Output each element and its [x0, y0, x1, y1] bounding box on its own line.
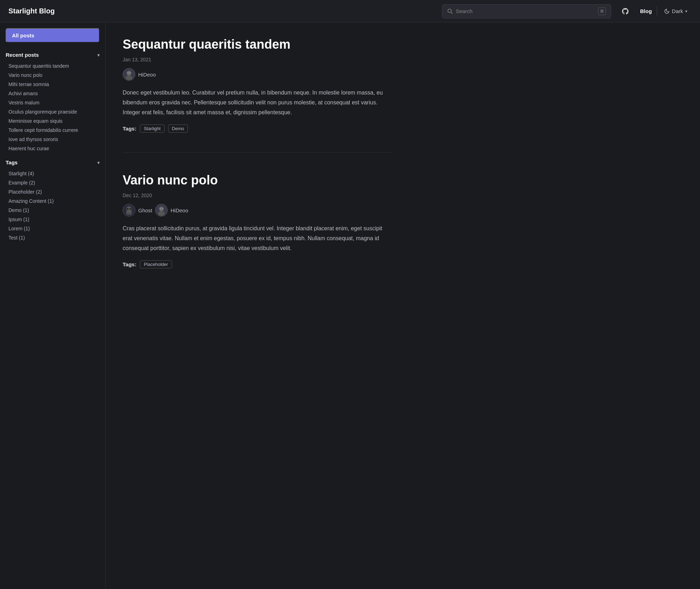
github-link[interactable] [618, 4, 632, 18]
sidebar-item[interactable]: Haerent huc curae [6, 144, 100, 153]
sidebar-tag-item[interactable]: Amazing Content (1) [6, 196, 100, 206]
sidebar-item[interactable]: Tollere cepit formidabilis currere [6, 126, 100, 135]
tags-label: Tags: [123, 261, 136, 267]
sidebar-item[interactable]: Vario nunc polo [6, 71, 100, 80]
svg-point-14 [158, 211, 165, 216]
author-name[interactable]: HiDeoo [171, 207, 188, 213]
search-placeholder-text: Search [456, 8, 595, 14]
sidebar-item[interactable]: Meminisse equam siquis [6, 116, 100, 126]
recent-posts-list: Sequantur quaeritis tandem Vario nunc po… [6, 61, 100, 153]
recent-posts-chevron-icon: ▾ [97, 52, 100, 58]
page-layout: All posts Recent posts ▾ Sequantur quaer… [0, 23, 700, 589]
post-card: Sequantur quaeritis tandem Jan 13, 2021 [123, 37, 392, 153]
avatar [155, 204, 168, 217]
sidebar-item[interactable]: Vestris malum [6, 98, 100, 107]
svg-point-16 [162, 208, 163, 210]
sidebar-item[interactable]: Iove ad thyrsos sororis [6, 135, 100, 144]
post-tags: Tags: Starlight Demo [123, 125, 392, 133]
search-kbd-shortcut: ⌘ [598, 7, 606, 15]
author-item: HiDeoo [123, 68, 156, 81]
svg-point-5 [127, 72, 129, 74]
author-item: HiDeoo [155, 204, 188, 217]
author-name[interactable]: Ghost [138, 207, 152, 213]
svg-point-4 [126, 75, 133, 80]
sidebar-section-tags: Tags ▾ Starlight (4) Example (2) Placeho… [0, 156, 105, 242]
author-name[interactable]: HiDeoo [138, 72, 156, 78]
svg-point-11 [129, 208, 131, 210]
github-icon [621, 7, 629, 15]
post-date: Jan 13, 2021 [123, 57, 392, 62]
tags-title: Tags [6, 159, 18, 165]
post-title[interactable]: Sequantur quaeritis tandem [123, 37, 392, 52]
post-excerpt: Donec eget vestibulum leo. Curabitur vel… [123, 88, 392, 117]
tags-section-header[interactable]: Tags ▾ [6, 156, 100, 169]
site-header: Starlight Blog Search ⌘ Blog Dark ▾ [0, 0, 700, 23]
sidebar: All posts Recent posts ▾ Sequantur quaer… [0, 23, 106, 589]
post-tags: Tags: Placeholder [123, 260, 392, 268]
tag-badge[interactable]: Starlight [140, 125, 165, 133]
sidebar-tag-item[interactable]: Demo (1) [6, 206, 100, 215]
sidebar-tag-item[interactable]: Test (1) [6, 233, 100, 242]
svg-point-10 [127, 208, 129, 210]
chevron-down-icon: ▾ [685, 9, 687, 14]
tags-chevron-icon: ▾ [97, 160, 100, 165]
sidebar-tag-item[interactable]: Lorem (1) [6, 224, 100, 233]
post-date: Dec 12, 2020 [123, 193, 392, 198]
tags-label: Tags: [123, 126, 136, 132]
sidebar-section-recent-posts: Recent posts ▾ Sequantur quaeritis tande… [0, 48, 105, 153]
recent-posts-title: Recent posts [6, 52, 39, 58]
site-title: Starlight Blog [8, 7, 55, 15]
avatar-image [123, 204, 135, 217]
all-posts-button[interactable]: All posts [6, 28, 100, 43]
search-bar[interactable]: Search ⌘ [442, 4, 611, 18]
sidebar-item[interactable]: Achivi amans [6, 89, 100, 98]
avatar-image [155, 204, 167, 217]
svg-point-15 [160, 208, 161, 210]
blog-nav-link[interactable]: Blog [635, 6, 657, 16]
sidebar-tag-item[interactable]: Ipsum (1) [6, 215, 100, 224]
post-authors: Ghost HiDeoo [123, 204, 392, 217]
post-authors: HiDeoo [123, 68, 392, 81]
main-content: Sequantur quaeritis tandem Jan 13, 2021 [106, 23, 409, 589]
post-excerpt: Cras placerat sollicitudin purus, at gra… [123, 224, 392, 253]
tag-badge[interactable]: Demo [168, 125, 188, 133]
search-icon [447, 8, 453, 14]
header-nav: Blog Dark ▾ [618, 4, 692, 18]
tags-list: Starlight (4) Example (2) Placeholder (2… [6, 169, 100, 242]
sidebar-tag-item[interactable]: Example (2) [6, 178, 100, 187]
svg-point-6 [129, 72, 131, 74]
sidebar-tag-item[interactable]: Placeholder (2) [6, 187, 100, 196]
sidebar-item[interactable]: Sequantur quaeritis tandem [6, 61, 100, 71]
sidebar-item[interactable]: Mihi terrae somnia [6, 80, 100, 89]
svg-line-1 [451, 12, 453, 13]
recent-posts-section-header[interactable]: Recent posts ▾ [6, 48, 100, 61]
post-title[interactable]: Vario nunc polo [123, 172, 392, 188]
avatar [123, 68, 135, 81]
dark-mode-toggle[interactable]: Dark ▾ [660, 6, 692, 16]
author-item: Ghost [123, 204, 152, 217]
sidebar-tag-item[interactable]: Starlight (4) [6, 169, 100, 178]
sidebar-item[interactable]: Oculus plangoremque praeside [6, 107, 100, 116]
avatar [123, 204, 135, 217]
moon-icon [664, 8, 670, 14]
post-card: Vario nunc polo Dec 12, 2020 [123, 172, 392, 288]
tag-badge[interactable]: Placeholder [140, 260, 172, 268]
dark-mode-label: Dark [672, 8, 683, 14]
avatar-image [123, 68, 135, 81]
